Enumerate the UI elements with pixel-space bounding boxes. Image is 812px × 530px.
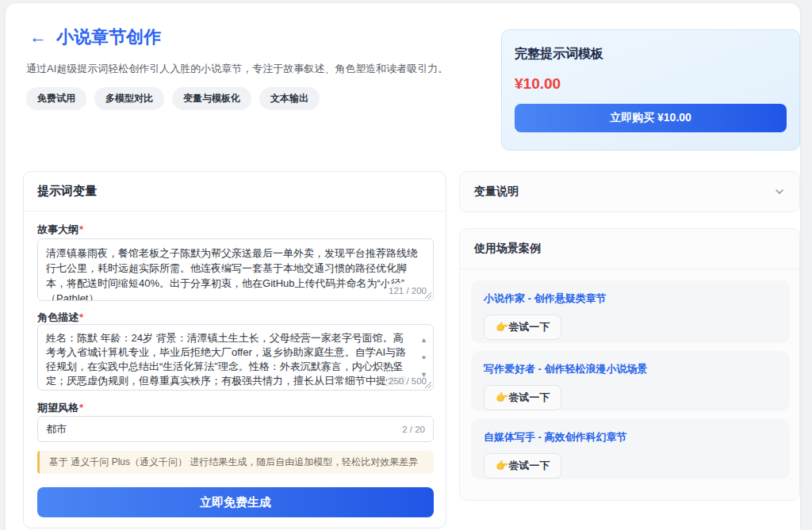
tag-text-output: 文本输出 (259, 87, 320, 110)
try-it-button[interactable]: 👉尝试一下 (484, 385, 561, 410)
use-case-title: 自媒体写手 - 高效创作科幻章节 (484, 430, 777, 444)
style-input-value: 都市 (46, 422, 67, 437)
required-asterisk: * (79, 223, 83, 235)
character-desc-label: 角色描述* (37, 311, 83, 325)
use-case-item: 小说作家 - 创作悬疑类章节 👉尝试一下 (471, 280, 790, 343)
use-cases-title: 使用场景案例 (460, 229, 799, 269)
textarea-scrollbar[interactable]: ▲ ● ▼ (420, 333, 427, 382)
prompt-variables-panel: 提示词变量 故事大纲* 清潭镇暴雨夜，餐馆老板之子陈默为帮父亲送最后一单外卖，发… (23, 171, 446, 528)
price-card: 完整提示词模板 ¥10.00 立即购买 ¥10.00 (501, 29, 800, 151)
variables-title: 变量说明 (474, 185, 519, 199)
feature-tags: 免费试用 多模型对比 变量与模板化 文本输出 (26, 87, 320, 110)
try-it-button[interactable]: 👉尝试一下 (484, 315, 561, 340)
page-header: ← 小说章节创作 (29, 25, 161, 49)
style-label: 期望风格* (37, 401, 83, 415)
try-it-button[interactable]: 👉尝试一下 (484, 453, 561, 479)
chevron-down-icon[interactable] (774, 186, 785, 197)
generate-button[interactable]: 立即免费生成 (37, 487, 434, 517)
character-desc-textarea[interactable]: 姓名：陈默 年龄：24岁 背景：清潭镇土生土长，父母经营一家老字号面馆。高考考入… (37, 324, 434, 391)
use-case-item: 自媒体写手 - 高效创作科幻章节 👉尝试一下 (471, 419, 790, 479)
back-arrow-icon[interactable]: ← (29, 29, 47, 46)
story-outline-label: 故事大纲* (37, 223, 83, 237)
required-asterisk: * (79, 311, 83, 323)
spellcheck-word: Pathlet (56, 292, 88, 301)
tag-free-trial: 免费试用 (26, 87, 86, 110)
use-cases-card: 使用场景案例 小说作家 - 创作悬疑类章节 👉尝试一下 写作爱好者 - 创作轻松… (459, 228, 800, 501)
tag-template: 变量与模板化 (172, 87, 251, 110)
story-outline-textarea[interactable]: 清潭镇暴雨夜，餐馆老板之子陈默为帮父亲送最后一单外卖，发现平台推荐路线绕行七公里… (37, 238, 434, 301)
price-card-title: 完整提示词模板 (515, 46, 787, 63)
panel-title: 提示词变量 (24, 172, 446, 212)
resize-handle-icon[interactable] (423, 380, 431, 388)
variables-collapse-card[interactable]: 变量说明 (459, 171, 800, 212)
use-case-title: 写作爱好者 - 创作轻松浪漫小说场景 (484, 362, 777, 376)
char-counter: 121 / 200 (387, 284, 428, 299)
page-title: 小说章节创作 (56, 25, 161, 49)
model-info-alert: 基于 通义千问 Plus（通义千问） 进行结果生成，随后自由追加模型，轻松比对效… (37, 451, 434, 474)
use-case-title: 小说作家 - 创作悬疑类章节 (484, 292, 777, 306)
char-counter: 2 / 20 (402, 422, 425, 437)
scroll-thumb-icon[interactable]: ● (422, 350, 426, 364)
resize-handle-icon[interactable] (423, 291, 431, 299)
tag-multi-model: 多模型对比 (94, 87, 164, 110)
scroll-up-icon[interactable]: ▲ (420, 333, 427, 347)
buy-now-button[interactable]: 立即购买 ¥10.00 (515, 104, 787, 132)
use-case-item: 写作爱好者 - 创作轻松浪漫小说场景 👉尝试一下 (471, 351, 790, 411)
required-asterisk: * (79, 402, 83, 414)
price-value: ¥10.00 (515, 75, 787, 93)
page-subtitle: 通过AI超级提示词轻松创作引人入胜的小说章节，专注于故事叙述、角色塑造和读者吸引… (26, 62, 448, 76)
page-container: ← 小说章节创作 通过AI超级提示词轻松创作引人入胜的小说章节，专注于故事叙述、… (5, 2, 801, 530)
style-input[interactable]: 都市 2 / 20 (37, 416, 434, 442)
